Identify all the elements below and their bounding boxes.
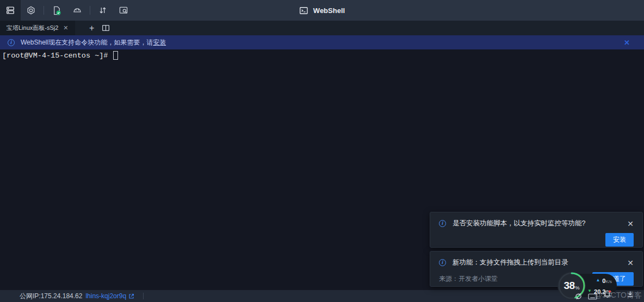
window-search-icon bbox=[119, 5, 128, 15]
upload-arrow-icon: ▲ bbox=[596, 278, 600, 282]
script-check-button[interactable] bbox=[46, 0, 67, 21]
window-search-button[interactable] bbox=[113, 0, 134, 21]
banner-install-link[interactable]: 安装 bbox=[153, 38, 166, 47]
banner-close-icon[interactable]: ✕ bbox=[624, 39, 630, 47]
toolbar-divider bbox=[44, 6, 44, 15]
new-tab-button[interactable]: + bbox=[85, 21, 99, 35]
notification-bell-icon[interactable] bbox=[603, 290, 612, 299]
instance-link[interactable]: lhins-kqj2or9q bbox=[85, 292, 126, 300]
download-icon[interactable] bbox=[626, 290, 634, 298]
refresh-icon[interactable] bbox=[574, 292, 583, 300]
info-icon: i bbox=[8, 39, 15, 46]
server-list-button[interactable] bbox=[0, 0, 21, 21]
terminal-quick-tools bbox=[574, 292, 597, 300]
tab-baota-panel[interactable]: 宝塔Linux面板-sSj2 ✕ bbox=[0, 21, 75, 35]
banner-message: WebShell现在支持命令块功能，如果需要，请 bbox=[21, 38, 153, 47]
webshell-notice-banner: i WebShell现在支持命令块功能，如果需要，请安装 ✕ bbox=[0, 35, 644, 49]
webshell-title: WebShell bbox=[299, 0, 345, 21]
terminal-icon bbox=[299, 6, 308, 15]
info-icon: i bbox=[439, 220, 446, 227]
toolbar-left-group bbox=[0, 0, 134, 21]
toast-close-icon[interactable]: ✕ bbox=[627, 259, 634, 267]
helmet-icon bbox=[72, 5, 82, 15]
tab-bar: 宝塔Linux面板-sSj2 ✕ + bbox=[0, 21, 644, 35]
public-ip-label: 公网IP:175.24.184.62 bbox=[20, 292, 82, 301]
gauge-percent-value: 38 bbox=[564, 280, 574, 292]
gauge-percent-sign: % bbox=[575, 285, 580, 291]
upload-unit: K/s bbox=[605, 279, 612, 284]
status-divider bbox=[143, 293, 144, 299]
toast-source: 来源：开发者小课堂 bbox=[439, 274, 498, 284]
split-pane-icon bbox=[102, 24, 110, 32]
terminal-prompt-line: [root@VM-4-15-centos ~]# bbox=[2, 51, 642, 60]
status-bar: 公网IP:175.24.184.62 lhins-kqj2or9q bbox=[0, 290, 644, 302]
info-icon: i bbox=[439, 259, 446, 266]
safety-button[interactable] bbox=[67, 0, 88, 21]
keyboard-icon[interactable] bbox=[588, 293, 597, 300]
external-link-icon[interactable] bbox=[128, 293, 134, 299]
server-grid-icon bbox=[5, 5, 15, 15]
toast-install-monitor: i 是否安装功能脚本，以支持实时监控等功能? ✕ 安装 bbox=[430, 212, 643, 248]
watermark-text: @51CTO博客 bbox=[595, 291, 642, 299]
tab-label: 宝塔Linux面板-sSj2 bbox=[7, 24, 58, 32]
toolbar-divider bbox=[90, 6, 90, 15]
settings-nut-icon bbox=[26, 5, 36, 15]
split-pane-button[interactable] bbox=[99, 21, 113, 35]
file-check-icon bbox=[52, 5, 62, 16]
sort-arrows-icon bbox=[98, 5, 108, 15]
terminal-cursor bbox=[113, 51, 118, 60]
settings-button[interactable] bbox=[21, 0, 41, 21]
top-toolbar: WebShell bbox=[0, 0, 644, 21]
install-button[interactable]: 安装 bbox=[605, 233, 634, 247]
toast-close-icon[interactable]: ✕ bbox=[627, 219, 634, 228]
toast-message: 是否安装功能脚本，以支持实时监控等功能? bbox=[453, 219, 623, 228]
toast-message: 新功能：支持文件拖拽上传到当前目录 bbox=[453, 258, 623, 267]
watermark: @51CTO博客 bbox=[595, 291, 642, 300]
transfer-button[interactable] bbox=[92, 0, 113, 21]
tab-close-icon[interactable]: ✕ bbox=[63, 24, 68, 32]
terminal-prompt: [root@VM-4-15-centos ~]# bbox=[2, 52, 113, 60]
page-title: WebShell bbox=[313, 7, 345, 15]
